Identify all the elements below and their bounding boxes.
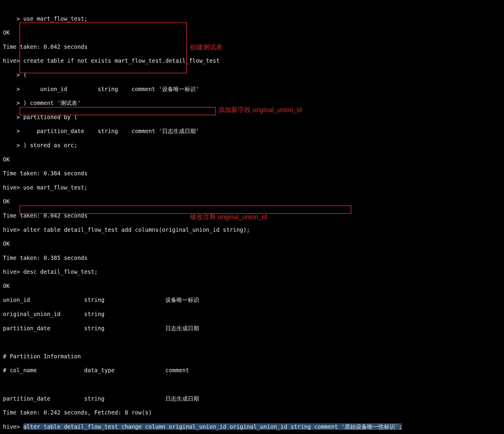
prompt-cont: > <box>3 15 23 22</box>
cmd-text: alter table detail_flow_test add columns… <box>23 226 250 233</box>
terminal-line: hive> create table if not exists mart_fl… <box>3 57 501 64</box>
prompt-cont: > <box>3 86 23 92</box>
cmd-text: partition_date string comment '日志生成日期' <box>23 128 199 134</box>
prompt-hive: hive> <box>3 184 23 191</box>
terminal-line: hive> alter table detail_flow_test chang… <box>3 423 501 430</box>
terminal-line: > ) stored as orc; <box>3 142 501 149</box>
terminal-line: > partitioned by ( <box>3 114 501 121</box>
time-taken: Time taken: 0.385 seconds <box>3 255 501 262</box>
cmd-text: partitioned by ( <box>23 114 77 120</box>
prompt-hive: hive> <box>3 57 23 64</box>
desc-row: union_id string 设备唯一标识 <box>3 297 501 304</box>
blank-line <box>3 339 501 346</box>
cmd-text: ) stored as orc; <box>23 142 77 148</box>
cmd-text-selected[interactable]: alter table detail_flow_test change colu… <box>23 423 402 430</box>
blank-line <box>3 381 501 388</box>
prompt-cont: > <box>3 72 23 78</box>
desc-row: original_union_id string <box>3 311 501 318</box>
terminal[interactable]: > use mart_flow_test; OK Time taken: 0.0… <box>0 0 504 434</box>
time-taken: Time taken: 0.042 seconds <box>3 43 501 51</box>
terminal-line: > use mart_flow_test; <box>3 15 501 22</box>
prompt-cont: > <box>3 142 23 148</box>
prompt-hive: hive> <box>3 226 23 233</box>
time-taken: Time taken: 0.384 seconds <box>3 170 501 177</box>
terminal-line: > ) comment '测试表' <box>3 100 501 107</box>
annotation-create-table: 创建测试表 <box>190 44 222 51</box>
terminal-line: > ( <box>3 72 501 79</box>
terminal-line: hive> use mart_flow_test; <box>3 184 501 191</box>
annotation-add-column: 添加新字段 original_union_id <box>218 106 302 114</box>
prompt-hive: hive> <box>3 268 23 275</box>
annotation-change-column: 修改注释 original_union_id <box>190 213 267 221</box>
desc-row: partition_date string 日志生成日期 <box>3 325 501 332</box>
terminal-line: hive> desc detail_flow_test; <box>3 268 501 276</box>
cmd-text: ( <box>23 72 27 78</box>
ok-line: OK <box>3 198 501 205</box>
ok-line: OK <box>3 240 501 247</box>
time-taken: Time taken: 0.242 seconds, Fetched: 8 ro… <box>3 409 501 416</box>
cmd-text: union_id string comment '设备唯一标识' <box>23 86 199 92</box>
ok-line: OK <box>3 156 501 163</box>
prompt-cont: > <box>3 114 23 120</box>
cmd-text: desc detail_flow_test; <box>23 268 98 275</box>
ok-line: OK <box>3 29 501 36</box>
prompt-hive: hive> <box>3 423 23 430</box>
cmd-text: ) comment '测试表' <box>23 100 81 106</box>
prompt-cont: > <box>3 128 23 134</box>
prompt-cont: > <box>3 100 23 106</box>
cmd-text: use mart_flow_test; <box>23 184 88 191</box>
desc-row: partition_date string 日志生成日期 <box>3 395 501 402</box>
terminal-line: > union_id string comment '设备唯一标识' <box>3 86 501 93</box>
cmd-text: create table if not exists mart_flow_tes… <box>23 57 219 64</box>
cmd-text: use mart_flow_test; <box>23 15 88 22</box>
ok-line: OK <box>3 283 501 290</box>
col-header: # col_name data_type comment <box>3 367 501 374</box>
terminal-line: hive> alter table detail_flow_test add c… <box>3 226 501 234</box>
partition-info-header: # Partition Information <box>3 353 501 360</box>
terminal-line: > partition_date string comment '日志生成日期' <box>3 128 501 135</box>
